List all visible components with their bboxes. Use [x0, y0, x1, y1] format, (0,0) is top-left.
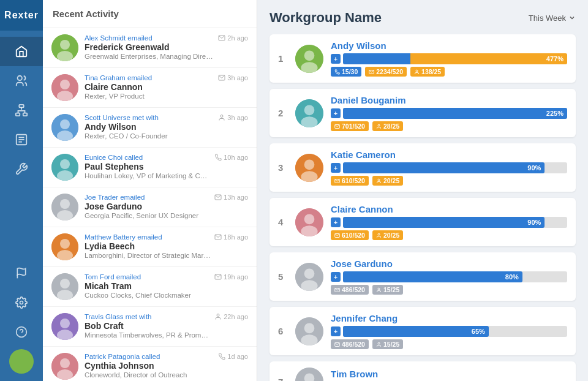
wg-plus-button[interactable]: + — [331, 272, 341, 282]
wg-stat: 610/520 — [331, 230, 369, 240]
sidebar-item-help[interactable] — [9, 317, 34, 347]
wg-progress-fill: 80% — [343, 271, 522, 282]
workgroup-item[interactable]: 5 Jose Garduno + 80% 486/520 15/25 — [270, 252, 576, 301]
org-icon — [15, 104, 28, 117]
activity-item[interactable]: Patrick Patagonia called Cynthia Johnson… — [43, 347, 257, 381]
wg-name[interactable]: Jose Garduno — [331, 258, 567, 269]
activity-detail: Rexter, VP Product — [85, 92, 214, 100]
activity-name: Bob Craft — [85, 321, 211, 331]
svg-point-54 — [416, 70, 418, 72]
wg-progress-fill: 90% — [343, 217, 545, 228]
stat-value: 138/25 — [421, 68, 441, 75]
activity-detail: Greenwald Enterprises, Managing Director — [85, 53, 214, 60]
wg-avatar — [295, 317, 323, 345]
wg-plus-button[interactable]: + — [331, 326, 341, 336]
activity-item[interactable]: Joe Trader emailed Jose Garduno Georgia … — [43, 187, 257, 227]
filter-label: This Week — [529, 13, 566, 23]
wg-progress-bg: 477% — [343, 53, 567, 64]
activity-item[interactable]: Matthew Battery emailed Lydia Beech Lamb… — [43, 227, 257, 267]
wg-name[interactable]: Jennifer Chang — [331, 313, 567, 323]
activity-list: Alex Schmidt emailed Frederick Greenwald… — [43, 28, 257, 381]
sidebar-item-tools[interactable] — [0, 154, 43, 184]
activity-item[interactable]: Tom Ford emailed Micah Tram Cuckoo Clock… — [43, 267, 257, 307]
activity-action: Tina Graham emailed — [85, 74, 214, 81]
wg-name[interactable]: Katie Cameron — [331, 149, 567, 160]
svg-point-79 — [378, 342, 380, 344]
wg-plus-button[interactable]: + — [331, 217, 341, 227]
activity-time: 13h ago — [214, 194, 248, 201]
stat-value: 610/520 — [342, 177, 365, 184]
activity-avatar — [51, 34, 78, 61]
wg-plus-button[interactable]: + — [331, 108, 341, 118]
activity-item[interactable]: Tina Graham emailed Claire Cannon Rexter… — [43, 68, 257, 108]
activity-info: Alex Schmidt emailed Frederick Greenwald… — [85, 34, 214, 60]
stat-value: 486/520 — [342, 286, 365, 293]
wg-bar-label: 90% — [527, 219, 541, 226]
workgroup-item[interactable]: 4 Claire Cannon + 90% 610/520 20/25 — [270, 198, 576, 246]
wg-name[interactable]: Daniel Bouganim — [331, 95, 567, 105]
wg-bar-row: + 65% — [331, 326, 567, 337]
activity-action: Tom Ford emailed — [85, 273, 211, 281]
time-value: 3h ago — [227, 114, 248, 121]
activity-time: 1d ago — [218, 353, 248, 360]
stat-value: 610/520 — [342, 232, 365, 239]
activity-time: 19h ago — [214, 273, 248, 281]
wg-info: Tim Brown + — [331, 369, 567, 382]
wg-avatar — [295, 154, 323, 182]
sidebar-item-settings[interactable] — [9, 288, 34, 317]
wg-rank: 5 — [278, 271, 290, 282]
svg-point-71 — [304, 268, 315, 279]
sidebar-nav — [0, 31, 43, 258]
workgroup-item[interactable]: 1 Andy Wilson + 477% 15/30 2234/520 138/… — [270, 34, 576, 83]
activity-item[interactable]: Travis Glass met with Bob Craft Minnesot… — [43, 307, 257, 347]
wg-stat: 701/520 — [331, 121, 369, 131]
wg-progress-fill: 90% — [343, 162, 545, 173]
svg-point-0 — [18, 76, 22, 80]
wg-plus-button[interactable]: + — [331, 163, 341, 173]
wg-bar-row: + 225% — [331, 108, 567, 119]
wg-bar-label: 477% — [546, 55, 564, 62]
wg-name[interactable]: Andy Wilson — [331, 40, 567, 51]
wg-stats-row: 701/520 28/25 — [331, 121, 567, 131]
activity-action: Matthew Battery emailed — [85, 233, 211, 241]
svg-point-21 — [60, 119, 70, 129]
wg-avatar — [295, 208, 323, 236]
workgroup-item[interactable]: 7 Tim Brown + — [270, 361, 576, 381]
activity-action: Scott Universe met with — [85, 114, 214, 121]
activity-time: 2h ago — [218, 34, 248, 42]
activity-action: Alex Schmidt emailed — [85, 34, 214, 42]
sidebar-item-home[interactable] — [0, 37, 43, 66]
activity-detail: Cuckoo Clocks, Chief Clockmaker — [85, 292, 211, 299]
activity-item[interactable]: Eunice Choi called Paul Stephens Houliha… — [43, 148, 257, 187]
wg-stat: 28/25 — [372, 121, 403, 131]
sidebar-item-flag[interactable] — [9, 258, 34, 288]
activity-info: Joe Trader emailed Jose Garduno Georgia … — [85, 194, 211, 219]
wg-name[interactable]: Tim Brown — [331, 369, 567, 379]
activity-item[interactable]: Scott Universe met with Andy Wilson Rext… — [43, 108, 257, 148]
activity-info: Travis Glass met with Bob Craft Minnesot… — [85, 313, 211, 339]
sidebar-item-org[interactable] — [0, 96, 43, 125]
workgroup-item[interactable]: 3 Katie Cameron + 90% 610/520 20/25 — [270, 143, 576, 192]
sidebar-item-people[interactable] — [0, 66, 43, 96]
workgroup-item[interactable]: 6 Jennifer Chang + 65% 486/520 15/25 — [270, 307, 576, 355]
workgroup-filter[interactable]: This Week — [529, 13, 576, 23]
svg-point-28 — [60, 199, 70, 209]
wg-plus-button[interactable]: + — [331, 54, 341, 64]
activity-info: Matthew Battery emailed Lydia Beech Lamb… — [85, 233, 211, 259]
wg-stat: 2234/520 — [365, 67, 407, 77]
wg-bar-row: + 90% — [331, 217, 567, 228]
sidebar-item-notes[interactable] — [0, 125, 43, 154]
activity-avatar — [51, 313, 78, 340]
wg-stat: 20/25 — [372, 230, 403, 240]
wg-bar-row: + 90% — [331, 162, 567, 173]
workgroup-item[interactable]: 2 Daniel Bouganim + 225% 701/520 28/25 — [270, 89, 576, 137]
activity-name: Frederick Greenwald — [85, 42, 214, 52]
stat-value: 486/520 — [342, 341, 365, 348]
workgroup-header: Workgroup Name This Week — [270, 10, 576, 26]
svg-point-40 — [60, 319, 70, 328]
activity-avatar — [51, 353, 78, 380]
sidebar-user-avatar[interactable] — [9, 347, 34, 376]
wg-name[interactable]: Claire Cannon — [331, 204, 567, 214]
stat-value: 28/25 — [383, 123, 399, 130]
activity-item[interactable]: Alex Schmidt emailed Frederick Greenwald… — [43, 28, 257, 68]
